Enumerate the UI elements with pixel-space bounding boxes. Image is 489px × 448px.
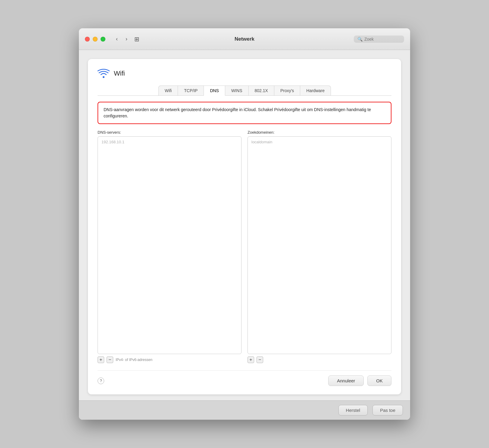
- dns-servers-controls: + − IPv4- of IPv6-adressen: [98, 356, 241, 363]
- dns-servers-list[interactable]: 192.168.10.1: [98, 136, 241, 354]
- dns-add-button[interactable]: +: [98, 356, 104, 363]
- dns-hint: IPv4- of IPv6-adressen: [116, 358, 152, 362]
- dns-columns: DNS-servers: 192.168.10.1 + − IPv4- of I…: [98, 130, 391, 363]
- nav-buttons: ‹ ›: [113, 35, 131, 43]
- action-buttons: Annuleer OK: [328, 375, 391, 386]
- dns-servers-column: DNS-servers: 192.168.10.1 + − IPv4- of I…: [98, 130, 241, 363]
- warning-box: DNS-aanvragen worden voor dit netwerk ge…: [98, 102, 391, 124]
- tab-8021x[interactable]: 802.1X: [248, 86, 274, 95]
- search-box: 🔍: [354, 36, 404, 43]
- tab-proxys[interactable]: Proxy's: [274, 86, 300, 95]
- ok-button[interactable]: OK: [367, 375, 391, 386]
- wifi-icon: [98, 67, 110, 79]
- tab-wifi[interactable]: Wifi: [158, 86, 178, 95]
- window: ‹ › ⊞ Netwerk 🔍 Wifi Wifi: [79, 28, 410, 420]
- close-button[interactable]: [85, 37, 90, 42]
- window-title: Netwerk: [235, 36, 254, 42]
- titlebar: ‹ › ⊞ Netwerk 🔍: [79, 28, 410, 50]
- tab-dns[interactable]: DNS: [204, 86, 225, 96]
- search-domains-list[interactable]: localdomain: [248, 136, 391, 354]
- herstel-button[interactable]: Herstel: [338, 405, 368, 415]
- back-button[interactable]: ‹: [113, 35, 121, 43]
- panel-footer: ? Annuleer OK: [98, 370, 391, 386]
- pastoe-button[interactable]: Pas toe: [372, 405, 403, 415]
- tabs-row: Wifi TCP/IP DNS WINS 802.1X Proxy's Hard…: [98, 86, 391, 96]
- maximize-button[interactable]: [101, 37, 105, 42]
- search-domains-controls: + −: [248, 356, 391, 363]
- search-input[interactable]: [364, 37, 400, 42]
- tab-hardware[interactable]: Hardware: [300, 86, 331, 95]
- network-name: Wifi: [114, 70, 125, 77]
- tab-wins[interactable]: WINS: [225, 86, 249, 95]
- search-domains-column: Zoekdomeinen: localdomain + −: [248, 130, 391, 363]
- minimize-button[interactable]: [93, 37, 98, 42]
- search-icon: 🔍: [357, 37, 363, 42]
- panel: Wifi Wifi TCP/IP DNS WINS 802.1X Proxy's…: [88, 59, 401, 394]
- traffic-lights: [85, 37, 105, 42]
- svg-point-0: [103, 76, 104, 78]
- content-area: Wifi Wifi TCP/IP DNS WINS 802.1X Proxy's…: [79, 50, 410, 400]
- warning-text: DNS-aanvragen worden voor dit netwerk ge…: [104, 107, 385, 119]
- domain-add-button[interactable]: +: [248, 356, 254, 363]
- grid-icon[interactable]: ⊞: [134, 36, 139, 43]
- search-domain-placeholder: localdomain: [250, 139, 389, 145]
- search-domains-label: Zoekdomeinen:: [248, 130, 391, 135]
- help-button[interactable]: ?: [98, 378, 104, 384]
- dns-server-placeholder: 192.168.10.1: [100, 139, 239, 145]
- forward-button[interactable]: ›: [122, 35, 131, 43]
- panel-header: Wifi: [98, 67, 391, 79]
- window-bottom-bar: Herstel Pas toe: [79, 400, 410, 420]
- tab-tcpip[interactable]: TCP/IP: [178, 86, 204, 95]
- domain-remove-button[interactable]: −: [257, 356, 263, 363]
- dns-remove-button[interactable]: −: [107, 356, 113, 363]
- dns-servers-label: DNS-servers:: [98, 130, 241, 135]
- cancel-button[interactable]: Annuleer: [328, 375, 364, 386]
